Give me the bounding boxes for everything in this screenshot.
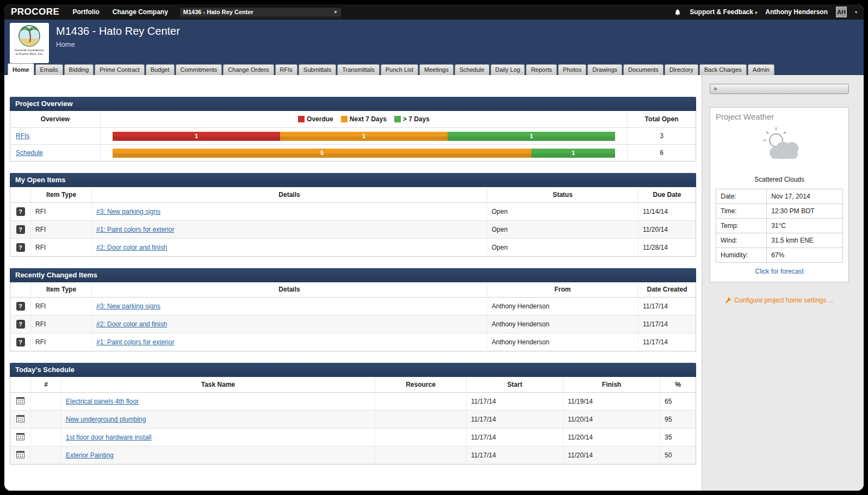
column-header-item-type: Item Type	[31, 282, 92, 298]
cell-resource	[375, 428, 467, 446]
tab-daily-log[interactable]: Daily Log	[491, 64, 525, 75]
schedule-task-link[interactable]: Exterior Painting	[66, 451, 114, 459]
weather-row: Temp:31°C	[716, 219, 843, 233]
tab-bidding[interactable]: Bidding	[64, 64, 94, 75]
chevron-down-icon[interactable]: ▾	[855, 10, 857, 15]
status-stacked-bar: 111	[113, 132, 615, 141]
notifications-bell-icon[interactable]	[674, 8, 681, 16]
open-item-link[interactable]: #1: Paint colors for exterior	[96, 226, 174, 233]
section-my-open-items: My Open Items Item TypeDetailsStatusDue …	[10, 173, 696, 257]
cell-finish: 11/20/14	[563, 410, 660, 428]
user-name-link[interactable]: Anthony Henderson	[765, 8, 828, 16]
page-subtitle: Home	[56, 40, 864, 48]
weather-row: Date:Nov 17, 2014	[716, 189, 843, 204]
section-todays-schedule: Today's Schedule #Task NameResourceStart…	[10, 363, 696, 465]
legend-swatch	[298, 116, 305, 122]
total-open-column-header: Total Open	[628, 115, 696, 123]
schedule-task-link[interactable]: 1st floor door hardware install	[66, 434, 151, 441]
configure-home-settings-link[interactable]: Configure project home settings ...	[710, 296, 849, 304]
tab-submittals[interactable]: Submittals	[299, 64, 336, 75]
total-open-value: 3	[628, 132, 696, 140]
column-header-from: From	[487, 282, 638, 298]
cell-task: Exterior Painting	[61, 446, 375, 464]
tab-budget[interactable]: Budget	[146, 64, 175, 75]
cell-pct: 35	[660, 428, 696, 446]
weather-row: Wind:31.5 kmh ENE	[716, 233, 843, 248]
cell-num	[31, 410, 61, 428]
open-item-link[interactable]: #3: New parking signs	[96, 208, 160, 215]
weather-label: Wind:	[716, 233, 767, 248]
tab-punch-list[interactable]: Punch List	[381, 64, 418, 75]
cell-resource	[375, 392, 467, 410]
tab-commitments[interactable]: Commitments	[176, 64, 222, 75]
tab-back-charges[interactable]: Back Charges	[699, 64, 747, 75]
tab-schedule[interactable]: Schedule	[455, 64, 489, 75]
cell-type: RFI	[31, 220, 92, 238]
icon-column-header	[10, 377, 31, 392]
chevron-down-icon: ▾	[755, 10, 757, 15]
schedule-task-link[interactable]: New underground plumbing	[66, 416, 146, 423]
support-feedback-link[interactable]: Support & Feedback ▾	[690, 8, 757, 16]
cell-num	[31, 446, 61, 464]
cell-type: RFI	[31, 202, 92, 220]
overview-item-link[interactable]: Schedule	[16, 149, 43, 157]
schedule-task-link[interactable]: Electrical panels 4th floor	[66, 398, 139, 405]
tab-admin[interactable]: Admin	[748, 64, 774, 75]
column-header-item-type: Item Type	[31, 187, 92, 202]
project-selector-dropdown[interactable]: M1436 - Hato Rey Center ▼	[179, 7, 342, 17]
changed-item-link[interactable]: #3: New parking signs	[96, 302, 160, 310]
column-header-date-created: Date Created	[638, 282, 696, 298]
tab-documents[interactable]: Documents	[623, 64, 664, 75]
total-open-value: 6	[628, 149, 696, 157]
column-header-task-name: Task Name	[61, 377, 375, 392]
weather-row: Humidity:67%	[716, 248, 843, 263]
tab-home[interactable]: Home	[8, 63, 34, 75]
column-header-start: Start	[467, 377, 563, 392]
cell-from: Anthony Henderson	[487, 333, 638, 351]
rfi-icon: ?	[16, 302, 25, 311]
sidebar-collapse-button[interactable]: »	[710, 84, 849, 94]
tab-reports[interactable]: Reports	[526, 64, 557, 75]
user-avatar[interactable]: AH	[836, 7, 847, 17]
project-overview-header-row: Overview OverdueNext 7 Days> 7 Days Tota…	[10, 111, 696, 127]
column-header-details: Details	[92, 282, 487, 298]
tab-prime-contract[interactable]: Prime Contract	[95, 64, 144, 75]
cell-start: 11/17/14	[467, 392, 563, 410]
ts-table: #Task NameResourceStartFinish%Electrical…	[10, 377, 696, 465]
weather-label: Date:	[716, 189, 767, 204]
tab-meetings[interactable]: Meetings	[419, 64, 454, 75]
cell-type: RFI	[31, 315, 92, 333]
changed-item-link[interactable]: #2: Door color and finish	[96, 320, 167, 328]
table-row: ?RFI#3: New parking signsOpen11/14/14	[10, 202, 696, 220]
tab-drawings[interactable]: Drawings	[587, 64, 622, 75]
bar-segment: 1	[448, 132, 615, 141]
tab-emails[interactable]: Emails	[35, 64, 63, 75]
tab-rfis[interactable]: RFIs	[275, 64, 297, 75]
weather-label: Humidity:	[716, 248, 767, 263]
changed-item-link[interactable]: #1: Paint colors for exterior	[96, 338, 174, 346]
rfi-icon: ?	[16, 207, 25, 216]
top-navigation-bar: PROCORE Portfolio Change Company M1436 -…	[4, 4, 864, 20]
tab-photos[interactable]: Photos	[558, 64, 586, 75]
procore-logo[interactable]: PROCORE	[11, 7, 59, 17]
open-item-link[interactable]: #2: Door color and finish	[96, 244, 167, 251]
cell-start: 11/17/14	[467, 428, 563, 446]
tab-directory[interactable]: Directory	[665, 64, 698, 75]
cell-status: Open	[487, 202, 638, 220]
weather-value: 12:30 PM BOT	[767, 204, 843, 219]
table-row: 1st floor door hardware install11/17/141…	[10, 428, 696, 446]
cell-resource	[375, 446, 467, 464]
cell-task: 1st floor door hardware install	[61, 428, 375, 446]
overview-item-link[interactable]: RFIs	[16, 132, 29, 140]
cell-num	[31, 392, 61, 410]
cell-date_created: 11/17/14	[638, 298, 696, 315]
tab-change-orders[interactable]: Change Orders	[223, 64, 274, 75]
column-header-details: Details	[92, 187, 487, 202]
project-overview-table: Overview OverdueNext 7 Days> 7 Days Tota…	[10, 111, 696, 162]
scattered-clouds-weather-icon	[716, 121, 843, 169]
status-stacked-bar: 51	[113, 148, 615, 158]
change-company-link[interactable]: Change Company	[113, 8, 168, 16]
tab-transmittals[interactable]: Transmittals	[337, 64, 380, 75]
portfolio-link[interactable]: Portfolio	[72, 8, 99, 16]
forecast-link[interactable]: Click for forecast	[716, 268, 843, 275]
